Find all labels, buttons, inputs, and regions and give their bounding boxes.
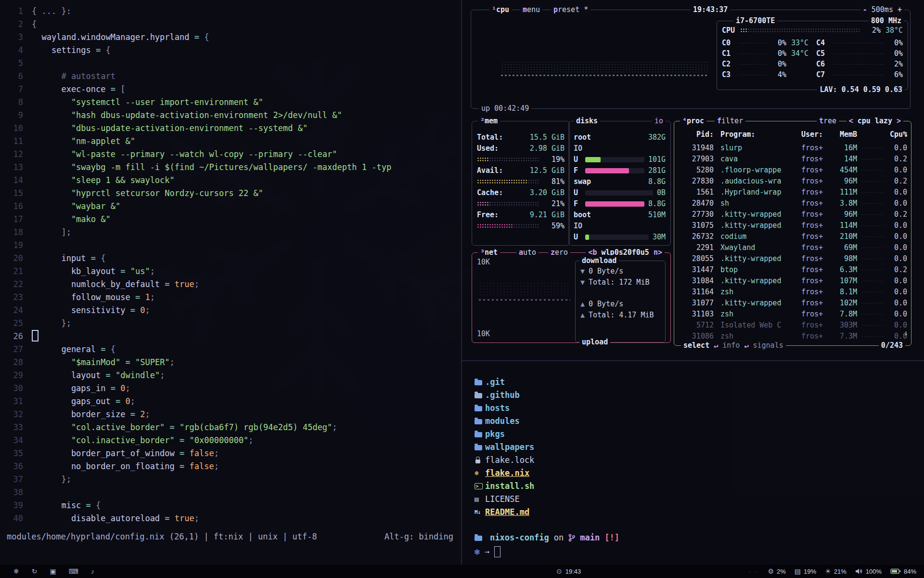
editor-line[interactable]: 3 wayland.windowManager.hyprland = { (0, 31, 461, 44)
keyboard-icon[interactable]: ⌨ (69, 567, 78, 575)
process-row[interactable]: 31075.kitty-wrappedfros+114M0.0 (678, 220, 907, 231)
net-zero-button[interactable]: zero (548, 247, 570, 258)
process-row[interactable]: 28470shfros+3.8M0.0 (678, 198, 907, 209)
editor-line[interactable]: 10 "dbus-update-activation-environment -… (0, 122, 461, 135)
editor-line[interactable]: 25 }; (0, 317, 461, 330)
editor-line[interactable]: 13 "swaybg -m fill -i $(find ~/Pictures/… (0, 161, 461, 174)
music-icon[interactable]: ♪ (91, 567, 94, 575)
editor-line[interactable]: 28 "$mainMod" = "SUPER"; (0, 356, 461, 369)
process-row[interactable]: 31084.kitty-wrappedfros+107M0.0 (678, 276, 907, 287)
net-auto-button[interactable]: auto (516, 247, 539, 258)
editor-line[interactable]: 9 "hash dbus-update-activation-environme… (0, 109, 461, 122)
cpu-module[interactable]: ⚙2% (768, 567, 786, 575)
editor-line[interactable]: 12 "wl-paste --primary --watch wl-copy -… (0, 148, 461, 161)
input-line[interactable]: ❄ → (475, 545, 500, 558)
power-icon[interactable]: ↻ (32, 567, 38, 575)
display-icon[interactable]: ▣ (50, 567, 56, 575)
cpu-core-row: C76% (816, 69, 903, 80)
editor-line[interactable]: 27 general = { (0, 343, 461, 356)
process-row[interactable]: 31103zshfros+7.8M0.0 (678, 309, 907, 320)
tray-icons[interactable]: ◦ ◦ (749, 569, 759, 574)
editor-line[interactable]: 32 border_size = 2; (0, 408, 461, 421)
editor-line[interactable]: 37 }; (0, 473, 461, 486)
editor-line[interactable]: 14 "sleep 1 && swaylock" (0, 174, 461, 187)
net-graph-dots (479, 282, 570, 296)
line-number: 26 (0, 330, 32, 343)
mem-stat-percent: 81% (543, 176, 565, 187)
editor-line[interactable]: 19 (0, 239, 461, 252)
process-row[interactable]: 27903cavafros+14M0.2 (678, 154, 907, 165)
btop-pane[interactable]: ¹cpu menu preset * 19:43:37 - 500ms + i7… (462, 0, 924, 360)
editor-line[interactable]: 4 settings = { (0, 44, 461, 57)
io-mode-button[interactable]: io (652, 116, 666, 127)
process-row[interactable]: 31077.kitty-wrappedfros+102M0.0 (678, 298, 907, 309)
editor-line[interactable]: 36 no_border_on_floating = false; (0, 460, 461, 473)
process-row[interactable]: 26732codiumfros+210M0.0 (678, 231, 907, 242)
editor-line[interactable]: 7 exec-once = [ (0, 83, 461, 96)
code-text: ]; (32, 226, 71, 239)
process-row[interactable]: 31447btopfros+6.3M0.2 (678, 264, 907, 276)
process-row[interactable]: 1561.Hyprland-wrapfros+111M0.0 (678, 187, 907, 198)
process-row[interactable]: 27730.kitty-wrappedfros+96M0.2 (678, 209, 907, 220)
process-row[interactable]: 2291Xwaylandfros+69M0.0 (678, 242, 907, 253)
pane-separator-vertical[interactable] (461, 0, 462, 565)
editor-line[interactable]: 8 "systemctl --user import-environment &… (0, 96, 461, 109)
terminal-pane[interactable]: .git.githubhostsmodulespkgswallpapersfla… (462, 361, 924, 565)
clock-module[interactable]: ⊙ 19:43 (556, 565, 581, 578)
nix-logo-icon[interactable]: ❄ (13, 567, 19, 575)
editor-line[interactable]: 33 "col.active_border" = "rgb(cba6f7) rg… (0, 421, 461, 434)
menu-button[interactable]: menu (520, 4, 542, 15)
process-row[interactable]: 27830.audacious-wrafros+96M0.2 (678, 176, 907, 187)
editor-line[interactable]: 40 disable_autoreload = true; (0, 512, 461, 525)
file-row: hosts (462, 402, 534, 415)
editor-line[interactable]: 17 "mako &" (0, 213, 461, 226)
editor-line[interactable]: 23 follow_mouse = 1; (0, 291, 461, 304)
scroll-down-icon[interactable]: ↓ (904, 328, 908, 339)
process-row[interactable]: 5280.floorp-wrappefros+454M0.0 (678, 165, 907, 176)
editor-line[interactable]: 34 "col.inactive_border" = "0x00000000"; (0, 434, 461, 447)
editor-line[interactable]: 35 border_part_of_window = false; (0, 447, 461, 460)
pane-separator-horizontal[interactable] (462, 360, 924, 361)
editor-line[interactable]: 38 (0, 486, 461, 499)
editor-line[interactable]: 20 input = { (0, 252, 461, 265)
editor-line[interactable]: 30 gaps_in = 0; (0, 382, 461, 395)
editor-line[interactable]: 5 (0, 57, 461, 70)
editor-line[interactable]: 1{ ... }: (0, 5, 461, 18)
select-button[interactable]: select (683, 341, 709, 350)
editor-statusline: modules/home/hyprland/config.nix (26,1) … (7, 532, 453, 541)
process-row[interactable]: 31164zshfros+8.1M0.0 (678, 287, 907, 298)
proc-sort-selector[interactable]: < cpu lazy > (847, 116, 903, 127)
process-row[interactable]: 28055.kitty-wrappedfros+98M0.0 (678, 253, 907, 264)
editor-line[interactable]: 31 gaps_out = 0; (0, 395, 461, 408)
preset-button[interactable]: preset * (551, 4, 590, 15)
editor-pane[interactable]: 1{ ... }:2{3 wayland.windowManager.hyprl… (0, 0, 461, 565)
code-text: border_size = 2; (32, 408, 150, 421)
editor-line[interactable]: 29 layout = "dwindle"; (0, 369, 461, 382)
memory-module[interactable]: ▤19% (795, 567, 816, 575)
editor-line[interactable]: 18 ]; (0, 226, 461, 239)
update-interval-control[interactable]: - 500ms + (860, 4, 904, 15)
editor-line[interactable]: 15 "hyprctl setcursor Nordzy-cursors 22 … (0, 187, 461, 200)
tree-button[interactable]: tree (817, 116, 839, 127)
editor-line[interactable]: 21 kb_layout = "us"; (0, 265, 461, 278)
editor-line[interactable]: 26 (0, 330, 461, 343)
signals-button[interactable]: signals (753, 341, 783, 350)
editor-line[interactable]: 2{ (0, 18, 461, 31)
filter-button[interactable]: filter (715, 116, 745, 127)
editor-line[interactable]: 39 misc = { (0, 499, 461, 512)
editor-line[interactable]: 22 numlock_by_default = true; (0, 278, 461, 291)
volume-module[interactable]: 100% (855, 568, 882, 575)
battery-module[interactable]: 84% (890, 568, 916, 575)
editor-line[interactable]: 24 sensitivity = 0; (0, 304, 461, 317)
process-count: 0/243 (879, 340, 905, 351)
mem-stat-value: 12.5 GiB (530, 165, 565, 176)
editor-line[interactable]: 16 "waybar &" (0, 200, 461, 213)
brightness-module[interactable]: ☀21% (825, 567, 847, 575)
editor-line[interactable]: 6 # autostart (0, 70, 461, 83)
process-row[interactable]: 31948slurpfros+16M0.0 (678, 143, 907, 154)
memory-icon: ▤ (795, 567, 801, 575)
info-button[interactable]: info (722, 341, 740, 350)
editor-line[interactable]: 11 "nm-applet &" (0, 135, 461, 148)
process-row[interactable]: 5712Isolated Web Cfros+303M0.0 (678, 320, 907, 331)
file-row: >_install.sh (462, 480, 534, 493)
